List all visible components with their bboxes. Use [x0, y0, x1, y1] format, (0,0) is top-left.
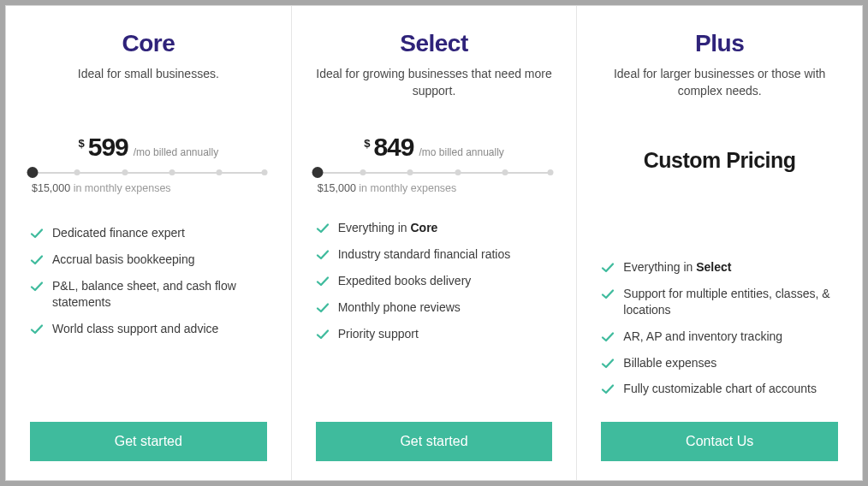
price-currency: $	[364, 137, 370, 150]
price-row: $ 849 /mo billed annually	[364, 133, 504, 162]
check-icon	[30, 323, 44, 336]
slider-thumb[interactable]	[312, 167, 324, 178]
get-started-button[interactable]: Get started	[30, 422, 267, 461]
slider-tick	[74, 169, 80, 175]
spacer	[316, 352, 553, 422]
feature-item: Industry standard financial ratios	[316, 246, 553, 263]
price-suffix: /mo billed annually	[419, 146, 503, 158]
check-icon	[316, 301, 330, 315]
get-started-button[interactable]: Get started	[316, 422, 553, 461]
feature-item: World class support and advice	[30, 321, 267, 337]
feature-item: Fully customizable chart of accounts	[601, 381, 838, 397]
plan-title: Plus	[601, 30, 838, 57]
feature-text: Priority support	[338, 326, 419, 342]
feature-text: P&L, balance sheet, and cash flow statem…	[52, 278, 267, 311]
price-amount: 849	[373, 133, 413, 162]
check-icon	[601, 330, 615, 344]
feature-text: Everything in Core	[338, 220, 438, 236]
check-icon	[316, 275, 330, 288]
price-suffix: /mo billed annually	[134, 146, 218, 158]
price-row: $ 599 /mo billed annually	[78, 133, 218, 162]
feature-item: Support for multiple entities, classes, …	[601, 286, 838, 318]
feature-item: Accrual basis bookkeeping	[30, 252, 267, 268]
feature-item: Expedited books delivery	[316, 273, 553, 289]
check-icon	[316, 328, 330, 341]
feature-text: AR, AP and inventory tracking	[623, 329, 782, 345]
expense-caption: $15,000 in monthly expenses	[316, 182, 553, 194]
slider-tick	[261, 169, 267, 175]
expense-rest: in monthly expenses	[70, 182, 170, 194]
feature-item: Monthly phone reviews	[316, 299, 553, 316]
feature-item: AR, AP and inventory tracking	[601, 329, 838, 345]
check-icon	[601, 382, 615, 396]
custom-pricing-label: Custom Pricing	[601, 148, 838, 210]
slider-thumb[interactable]	[27, 167, 38, 178]
feature-text: Billable expenses	[623, 355, 716, 371]
check-icon	[30, 253, 44, 267]
feature-list: Everything in Select Support for multipl…	[601, 259, 838, 407]
price-block: $ 599 /mo billed annually $15,000 in mon…	[30, 133, 267, 194]
feature-text: Industry standard financial ratios	[338, 246, 511, 263]
slider-tick	[122, 169, 128, 175]
feature-text: World class support and advice	[52, 321, 218, 337]
feature-item: P&L, balance sheet, and cash flow statem…	[30, 278, 267, 311]
plan-subtitle: Ideal for growing businesses that need m…	[316, 66, 553, 100]
check-icon	[601, 357, 615, 370]
slider-tick	[169, 169, 175, 175]
price-block: $ 849 /mo billed annually $15,000 in mon…	[316, 133, 553, 194]
feature-text: Everything in Select	[623, 259, 731, 276]
spacer	[601, 407, 838, 422]
plan-card-core: Core Ideal for small businesses. $ 599 /…	[6, 6, 291, 480]
slider-tick	[360, 169, 366, 175]
feature-item: Everything in Select	[601, 259, 838, 276]
price-currency: $	[78, 137, 84, 150]
feature-item: Everything in Core	[316, 220, 553, 236]
feature-item: Billable expenses	[601, 355, 838, 371]
page-root: Core Ideal for small businesses. $ 599 /…	[0, 0, 868, 486]
slider-tick	[455, 169, 461, 175]
expense-amount: $15,000	[32, 182, 70, 194]
spacer	[30, 347, 267, 422]
pricing-panel: Core Ideal for small businesses. $ 599 /…	[5, 5, 863, 481]
plan-title: Select	[316, 30, 553, 57]
check-icon	[30, 227, 44, 240]
feature-text: Monthly phone reviews	[338, 299, 461, 316]
plan-title: Core	[30, 30, 267, 57]
slider-tick	[217, 169, 223, 175]
expense-caption: $15,000 in monthly expenses	[30, 182, 267, 194]
feature-text: Support for multiple entities, classes, …	[623, 286, 838, 318]
plan-card-plus: Plus Ideal for larger businesses or thos…	[576, 6, 862, 480]
feature-list: Dedicated finance expert Accrual basis b…	[30, 225, 267, 347]
plan-subtitle: Ideal for larger businesses or those wit…	[601, 66, 838, 100]
feature-text: Accrual basis bookkeeping	[52, 252, 195, 268]
feature-text: Expedited books delivery	[338, 273, 472, 289]
check-icon	[30, 280, 44, 293]
expense-slider[interactable]	[30, 167, 267, 179]
expense-amount: $15,000	[318, 182, 356, 194]
expense-slider[interactable]	[316, 167, 553, 179]
check-icon	[316, 222, 330, 235]
slider-tick	[547, 169, 553, 175]
plan-card-select: Select Ideal for growing businesses that…	[291, 6, 577, 480]
feature-text: Fully customizable chart of accounts	[623, 381, 817, 397]
contact-us-button[interactable]: Contact Us	[601, 422, 838, 461]
feature-item: Priority support	[316, 326, 553, 342]
price-amount: 599	[88, 133, 128, 162]
expense-rest: in monthly expenses	[356, 182, 456, 194]
plan-subtitle: Ideal for small businesses.	[30, 66, 267, 100]
check-icon	[316, 248, 330, 262]
check-icon	[601, 287, 615, 301]
feature-text: Dedicated finance expert	[52, 225, 185, 241]
slider-track	[30, 172, 267, 174]
check-icon	[601, 261, 615, 275]
feature-item: Dedicated finance expert	[30, 225, 267, 241]
slider-track	[316, 172, 553, 174]
feature-list: Everything in Core Industry standard fin…	[316, 220, 553, 352]
slider-tick	[407, 169, 413, 175]
slider-tick	[502, 169, 508, 175]
